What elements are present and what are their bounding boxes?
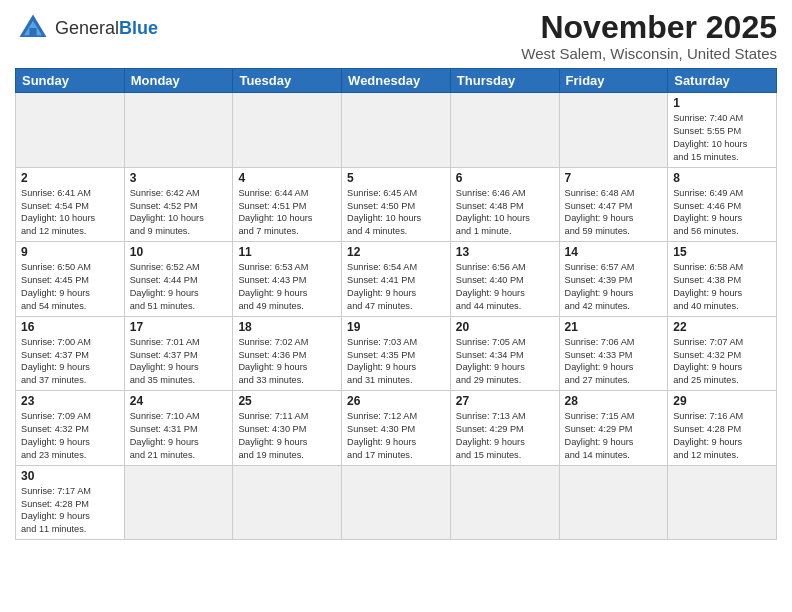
table-row: 21Sunrise: 7:06 AM Sunset: 4:33 PM Dayli…	[559, 316, 668, 391]
table-row: 16Sunrise: 7:00 AM Sunset: 4:37 PM Dayli…	[16, 316, 125, 391]
cell-info: Sunrise: 7:12 AM Sunset: 4:30 PM Dayligh…	[347, 410, 445, 462]
cell-info: Sunrise: 6:58 AM Sunset: 4:38 PM Dayligh…	[673, 261, 771, 313]
logo-blue: Blue	[119, 18, 158, 38]
table-row: 26Sunrise: 7:12 AM Sunset: 4:30 PM Dayli…	[342, 391, 451, 466]
table-row: 29Sunrise: 7:16 AM Sunset: 4:28 PM Dayli…	[668, 391, 777, 466]
table-row: 27Sunrise: 7:13 AM Sunset: 4:29 PM Dayli…	[450, 391, 559, 466]
cell-info: Sunrise: 6:53 AM Sunset: 4:43 PM Dayligh…	[238, 261, 336, 313]
cell-info: Sunrise: 7:10 AM Sunset: 4:31 PM Dayligh…	[130, 410, 228, 462]
cell-info: Sunrise: 6:41 AM Sunset: 4:54 PM Dayligh…	[21, 187, 119, 239]
day-number: 9	[21, 245, 119, 259]
day-number: 18	[238, 320, 336, 334]
day-number: 12	[347, 245, 445, 259]
cell-info: Sunrise: 6:54 AM Sunset: 4:41 PM Dayligh…	[347, 261, 445, 313]
table-row: 10Sunrise: 6:52 AM Sunset: 4:44 PM Dayli…	[124, 242, 233, 317]
cell-info: Sunrise: 7:13 AM Sunset: 4:29 PM Dayligh…	[456, 410, 554, 462]
day-number: 23	[21, 394, 119, 408]
cell-info: Sunrise: 7:03 AM Sunset: 4:35 PM Dayligh…	[347, 336, 445, 388]
logo: GeneralBlue	[15, 10, 158, 46]
day-number: 26	[347, 394, 445, 408]
col-saturday: Saturday	[668, 69, 777, 93]
day-number: 28	[565, 394, 663, 408]
table-row: 17Sunrise: 7:01 AM Sunset: 4:37 PM Dayli…	[124, 316, 233, 391]
cell-info: Sunrise: 6:48 AM Sunset: 4:47 PM Dayligh…	[565, 187, 663, 239]
cell-info: Sunrise: 7:16 AM Sunset: 4:28 PM Dayligh…	[673, 410, 771, 462]
title-block: November 2025 West Salem, Wisconsin, Uni…	[521, 10, 777, 62]
table-row	[233, 93, 342, 168]
cell-info: Sunrise: 7:00 AM Sunset: 4:37 PM Dayligh…	[21, 336, 119, 388]
cell-info: Sunrise: 6:44 AM Sunset: 4:51 PM Dayligh…	[238, 187, 336, 239]
cell-info: Sunrise: 6:45 AM Sunset: 4:50 PM Dayligh…	[347, 187, 445, 239]
table-row	[16, 93, 125, 168]
table-row: 22Sunrise: 7:07 AM Sunset: 4:32 PM Dayli…	[668, 316, 777, 391]
cell-info: Sunrise: 6:50 AM Sunset: 4:45 PM Dayligh…	[21, 261, 119, 313]
table-row: 20Sunrise: 7:05 AM Sunset: 4:34 PM Dayli…	[450, 316, 559, 391]
col-sunday: Sunday	[16, 69, 125, 93]
calendar: Sunday Monday Tuesday Wednesday Thursday…	[15, 68, 777, 540]
page: GeneralBlue November 2025 West Salem, Wi…	[0, 0, 792, 550]
day-number: 15	[673, 245, 771, 259]
logo-general: General	[55, 18, 119, 38]
cell-info: Sunrise: 7:09 AM Sunset: 4:32 PM Dayligh…	[21, 410, 119, 462]
day-number: 10	[130, 245, 228, 259]
table-row: 28Sunrise: 7:15 AM Sunset: 4:29 PM Dayli…	[559, 391, 668, 466]
table-row: 15Sunrise: 6:58 AM Sunset: 4:38 PM Dayli…	[668, 242, 777, 317]
col-tuesday: Tuesday	[233, 69, 342, 93]
table-row: 30Sunrise: 7:17 AM Sunset: 4:28 PM Dayli…	[16, 465, 125, 540]
table-row	[233, 465, 342, 540]
calendar-header-row: Sunday Monday Tuesday Wednesday Thursday…	[16, 69, 777, 93]
table-row: 23Sunrise: 7:09 AM Sunset: 4:32 PM Dayli…	[16, 391, 125, 466]
header: GeneralBlue November 2025 West Salem, Wi…	[15, 10, 777, 62]
table-row: 13Sunrise: 6:56 AM Sunset: 4:40 PM Dayli…	[450, 242, 559, 317]
table-row: 1Sunrise: 7:40 AM Sunset: 5:55 PM Daylig…	[668, 93, 777, 168]
table-row: 12Sunrise: 6:54 AM Sunset: 4:41 PM Dayli…	[342, 242, 451, 317]
day-number: 14	[565, 245, 663, 259]
cell-info: Sunrise: 7:07 AM Sunset: 4:32 PM Dayligh…	[673, 336, 771, 388]
logo-icon	[15, 10, 51, 46]
day-number: 7	[565, 171, 663, 185]
table-row	[559, 465, 668, 540]
table-row	[559, 93, 668, 168]
day-number: 6	[456, 171, 554, 185]
col-friday: Friday	[559, 69, 668, 93]
day-number: 13	[456, 245, 554, 259]
day-number: 20	[456, 320, 554, 334]
cell-info: Sunrise: 7:11 AM Sunset: 4:30 PM Dayligh…	[238, 410, 336, 462]
logo-text: GeneralBlue	[55, 19, 158, 37]
cell-info: Sunrise: 6:49 AM Sunset: 4:46 PM Dayligh…	[673, 187, 771, 239]
cell-info: Sunrise: 7:02 AM Sunset: 4:36 PM Dayligh…	[238, 336, 336, 388]
day-number: 30	[21, 469, 119, 483]
table-row	[124, 465, 233, 540]
table-row: 3Sunrise: 6:42 AM Sunset: 4:52 PM Daylig…	[124, 167, 233, 242]
table-row: 24Sunrise: 7:10 AM Sunset: 4:31 PM Dayli…	[124, 391, 233, 466]
day-number: 16	[21, 320, 119, 334]
table-row: 11Sunrise: 6:53 AM Sunset: 4:43 PM Dayli…	[233, 242, 342, 317]
day-number: 17	[130, 320, 228, 334]
cell-info: Sunrise: 7:40 AM Sunset: 5:55 PM Dayligh…	[673, 112, 771, 164]
day-number: 21	[565, 320, 663, 334]
day-number: 8	[673, 171, 771, 185]
table-row: 9Sunrise: 6:50 AM Sunset: 4:45 PM Daylig…	[16, 242, 125, 317]
table-row	[450, 465, 559, 540]
day-number: 5	[347, 171, 445, 185]
table-row: 25Sunrise: 7:11 AM Sunset: 4:30 PM Dayli…	[233, 391, 342, 466]
table-row: 18Sunrise: 7:02 AM Sunset: 4:36 PM Dayli…	[233, 316, 342, 391]
table-row: 6Sunrise: 6:46 AM Sunset: 4:48 PM Daylig…	[450, 167, 559, 242]
cell-info: Sunrise: 7:05 AM Sunset: 4:34 PM Dayligh…	[456, 336, 554, 388]
col-monday: Monday	[124, 69, 233, 93]
table-row	[342, 93, 451, 168]
table-row: 8Sunrise: 6:49 AM Sunset: 4:46 PM Daylig…	[668, 167, 777, 242]
day-number: 22	[673, 320, 771, 334]
cell-info: Sunrise: 6:57 AM Sunset: 4:39 PM Dayligh…	[565, 261, 663, 313]
table-row: 14Sunrise: 6:57 AM Sunset: 4:39 PM Dayli…	[559, 242, 668, 317]
cell-info: Sunrise: 6:52 AM Sunset: 4:44 PM Dayligh…	[130, 261, 228, 313]
table-row	[668, 465, 777, 540]
col-thursday: Thursday	[450, 69, 559, 93]
day-number: 3	[130, 171, 228, 185]
table-row	[342, 465, 451, 540]
day-number: 2	[21, 171, 119, 185]
cell-info: Sunrise: 7:06 AM Sunset: 4:33 PM Dayligh…	[565, 336, 663, 388]
cell-info: Sunrise: 6:56 AM Sunset: 4:40 PM Dayligh…	[456, 261, 554, 313]
month-title: November 2025	[521, 10, 777, 45]
table-row	[450, 93, 559, 168]
